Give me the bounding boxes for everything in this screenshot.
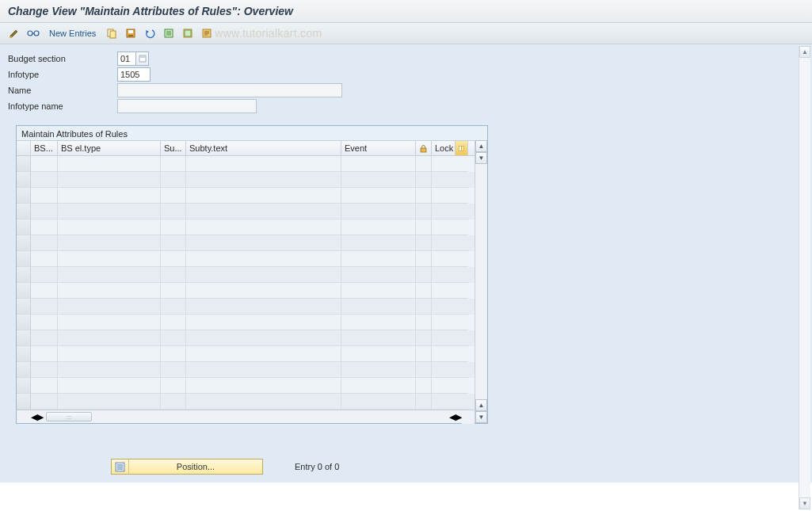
- table-title: Maintain Attributes of Rules: [17, 126, 487, 140]
- budget-section-f4-icon[interactable]: [136, 51, 149, 66]
- position-label: Position...: [129, 462, 262, 471]
- select-all-icon[interactable]: [180, 26, 196, 40]
- new-entries-button[interactable]: New Entries: [44, 26, 101, 40]
- table-row: [17, 362, 475, 378]
- table-row: [17, 188, 475, 204]
- hscroll-left-icon[interactable]: ▶: [37, 412, 44, 422]
- vscroll-down2-icon[interactable]: ▲: [475, 399, 487, 411]
- col-su[interactable]: Su...: [161, 141, 186, 155]
- table-row: [17, 299, 475, 315]
- row-selector[interactable]: [17, 378, 31, 394]
- table-row: [17, 156, 475, 172]
- hscroll-track[interactable]: :::: [45, 412, 448, 422]
- table-row: [17, 283, 475, 299]
- header-form-area: Budget section Infotype Name Infotype na…: [0, 44, 812, 482]
- page-vscroll: ▲ ▼: [799, 46, 810, 509]
- svg-rect-4: [110, 31, 116, 38]
- budget-section-label: Budget section: [8, 54, 117, 63]
- col-subty-text[interactable]: Subty.text: [186, 141, 341, 155]
- svg-rect-0: [10, 36, 12, 38]
- svg-rect-7: [128, 35, 133, 36]
- row-selector[interactable]: [17, 299, 31, 315]
- footer-area: Position... Entry 0 of 0: [8, 459, 804, 475]
- svg-point-2: [34, 31, 39, 36]
- row-selector[interactable]: [17, 219, 31, 235]
- table-row: [17, 330, 475, 346]
- infotype-input[interactable]: [117, 67, 151, 82]
- row-selector-header[interactable]: [17, 141, 31, 155]
- save-icon[interactable]: [123, 26, 139, 40]
- infotype-name-label: Infotype name: [8, 101, 117, 111]
- table-row: [17, 394, 475, 410]
- svg-point-1: [28, 31, 32, 36]
- table-row: [17, 315, 475, 330]
- row-selector[interactable]: [17, 362, 31, 378]
- svg-rect-14: [421, 148, 426, 152]
- table-row: [17, 378, 475, 394]
- table-header-row: BS... BS el.type Su... Subty.text Event …: [17, 140, 475, 156]
- table-row: [17, 172, 475, 188]
- row-selector[interactable]: [17, 204, 31, 219]
- name-input[interactable]: [117, 83, 342, 97]
- row-selector[interactable]: [17, 251, 31, 267]
- hscroll-right-icon[interactable]: ◀: [449, 412, 456, 422]
- rules-table-container: Maintain Attributes of Rules BS... BS el…: [16, 125, 488, 424]
- vscroll-down-icon[interactable]: ▼: [475, 411, 487, 423]
- page-vscroll-track[interactable]: [799, 58, 810, 498]
- table-row: [17, 267, 475, 283]
- svg-rect-6: [128, 30, 133, 33]
- entry-count-text: Entry 0 of 0: [295, 462, 339, 471]
- deselect-all-icon[interactable]: [199, 26, 215, 40]
- row-selector[interactable]: [17, 283, 31, 299]
- delimit-icon[interactable]: [161, 26, 177, 40]
- position-button[interactable]: Position...: [111, 459, 263, 475]
- col-bs[interactable]: BS...: [31, 141, 58, 155]
- col-event[interactable]: Event: [341, 141, 416, 155]
- position-icon: [112, 460, 129, 474]
- vscroll-up-icon[interactable]: ▲: [475, 140, 487, 152]
- svg-rect-13: [140, 56, 145, 58]
- copy-icon[interactable]: [104, 26, 120, 40]
- page-title: Change View "Maintain Attributes of Rule…: [0, 0, 812, 23]
- row-selector[interactable]: [17, 267, 31, 283]
- col-bs-el-type[interactable]: BS el.type: [58, 141, 161, 155]
- watermark-text: www.tutorialkart.com: [215, 27, 322, 40]
- name-label: Name: [8, 86, 117, 95]
- hscroll-first-icon[interactable]: ◀: [31, 412, 37, 422]
- row-selector[interactable]: [17, 330, 31, 346]
- infotype-label: Infotype: [8, 70, 117, 79]
- application-toolbar: New Entries www.tutorialkart.com: [0, 23, 812, 44]
- row-selector[interactable]: [17, 346, 31, 362]
- toggle-display-change-icon[interactable]: [6, 26, 22, 40]
- table-row: [17, 235, 475, 251]
- row-selector[interactable]: [17, 172, 31, 188]
- hscroll-last-icon[interactable]: ▶: [456, 412, 462, 422]
- svg-rect-10: [185, 30, 191, 36]
- table-row: [17, 251, 475, 267]
- col-lock[interactable]: Lock: [432, 141, 456, 155]
- table-row: [17, 346, 475, 362]
- row-selector[interactable]: [17, 394, 31, 410]
- configure-columns-icon[interactable]: [456, 141, 468, 155]
- row-selector[interactable]: [17, 188, 31, 204]
- budget-section-input[interactable]: [117, 51, 136, 66]
- vscroll-up2-icon[interactable]: ▼: [475, 152, 487, 164]
- svg-rect-16: [462, 146, 464, 151]
- table-row: [17, 219, 475, 235]
- table-vscroll: ▲ ▼ ▲ ▼: [475, 140, 487, 423]
- page-vscroll-up-icon[interactable]: ▲: [799, 46, 810, 58]
- row-selector[interactable]: [17, 315, 31, 330]
- table-body: [17, 156, 475, 410]
- table-row: [17, 204, 475, 219]
- hscroll-thumb[interactable]: :::: [46, 412, 92, 421]
- row-selector[interactable]: [17, 156, 31, 172]
- page-vscroll-down-icon[interactable]: ▼: [799, 498, 810, 509]
- row-selector[interactable]: [17, 235, 31, 251]
- glasses-icon[interactable]: [25, 26, 41, 40]
- table-hscroll: ◀ ▶ ::: ◀ ▶: [17, 410, 475, 423]
- undo-icon[interactable]: [142, 26, 158, 40]
- svg-rect-15: [459, 146, 462, 151]
- col-lock-icon[interactable]: [416, 141, 432, 155]
- vscroll-track[interactable]: [475, 164, 487, 399]
- infotype-name-input[interactable]: [117, 99, 257, 113]
